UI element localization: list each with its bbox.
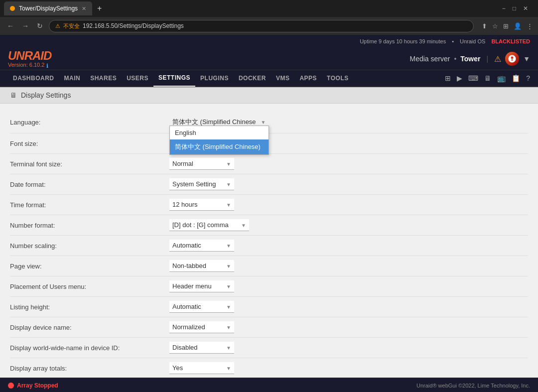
- number-format-select[interactable]: [D] dot : [G] comma: [169, 219, 249, 231]
- unraid-os-label: Unraid OS: [460, 38, 485, 44]
- nav-item-apps[interactable]: APPS: [294, 70, 322, 87]
- user-avatar[interactable]: [505, 52, 519, 66]
- footer: Array Stopped Unraid® webGui ©2022, Lime…: [0, 378, 538, 392]
- array-stopped-text: Array Stopped: [17, 382, 58, 389]
- info-icon[interactable]: ℹ: [46, 63, 48, 69]
- lang-option-english[interactable]: English: [170, 126, 269, 139]
- status-separator: •: [452, 38, 454, 44]
- control-number-format: [D] dot : [G] comma ▼: [169, 219, 528, 231]
- language-dropdown: English 简体中文 (Simplified Chinese): [169, 126, 269, 155]
- nav-item-docker[interactable]: DOCKER: [234, 70, 271, 87]
- control-time-format: 12 hours 24 hours ▼: [169, 199, 528, 211]
- logo-block: UNRAID Version: 6.10.2 ℹ: [8, 49, 51, 69]
- label-number-format: Number format:: [10, 222, 169, 229]
- address-bar-row: ← → ↻ ⚠ 不安全 192.168.5.50/Settings/Displa…: [0, 17, 538, 35]
- divider: |: [487, 55, 489, 63]
- server-info: UNRAID Version: 6.10.2 ℹ Media server • …: [0, 48, 538, 70]
- nav-icon-1[interactable]: ⊞: [445, 74, 451, 82]
- nav-icon-5[interactable]: 📺: [497, 74, 506, 82]
- server-name-area: Media server • Tower | ⚠ ▼: [409, 52, 530, 66]
- setting-row-page-view: Page view: Non-tabbed Tabbed ▼: [10, 256, 528, 276]
- active-tab[interactable]: Tower/DisplaySettings ✕: [4, 1, 92, 15]
- nav-icon-6[interactable]: 📋: [512, 74, 520, 82]
- nav-item-dashboard[interactable]: DASHBOARD: [8, 70, 59, 87]
- label-page-view: Page view:: [10, 262, 169, 270]
- monitor-icon: 🖥: [10, 91, 17, 99]
- terminal-font-select[interactable]: Normal Large Extra Large: [169, 158, 234, 170]
- nav-item-main[interactable]: MAIN: [59, 70, 86, 87]
- grid-icon[interactable]: ⊞: [503, 22, 509, 30]
- insecure-label: 不安全: [63, 22, 80, 30]
- window-close[interactable]: ✕: [523, 5, 528, 12]
- forward-button[interactable]: →: [20, 21, 31, 31]
- address-text: 192.168.5.50/Settings/DisplaySettings: [83, 22, 184, 29]
- tab-close-button[interactable]: ✕: [82, 5, 86, 12]
- page-view-wrapper: Non-tabbed Tabbed ▼: [169, 260, 234, 272]
- setting-row-number-format: Number format: [D] dot : [G] comma ▼: [10, 215, 528, 236]
- media-server-label: Media server: [409, 55, 450, 63]
- nav-icon-help[interactable]: ?: [526, 74, 530, 82]
- page-title-bar: 🖥 Display Settings: [0, 87, 538, 104]
- settings-table: Language: 简体中文 (Simplified Chinese ▼ Eng…: [0, 104, 538, 378]
- page-view-select[interactable]: Non-tabbed Tabbed: [169, 260, 234, 272]
- refresh-button[interactable]: ↻: [35, 21, 45, 31]
- main-content: 🖥 Display Settings Language: 简体中文 (Simpl…: [0, 87, 538, 378]
- terminal-font-wrapper: Normal Large Extra Large ▼: [169, 158, 234, 170]
- version-text: Version: 6.10.2: [8, 62, 44, 68]
- control-device-name: Normalized Original ▼: [169, 321, 528, 333]
- tab-title: Tower/DisplaySettings: [19, 5, 78, 12]
- array-totals-wrapper: Yes No ▼: [169, 362, 234, 374]
- label-listing-height: Listing height:: [10, 303, 169, 311]
- setting-row-font-size: Font size: ▼: [10, 133, 528, 154]
- device-name-select[interactable]: Normalized Original: [169, 321, 234, 333]
- bookmark-icon[interactable]: ☆: [492, 22, 498, 30]
- label-users-menu: Placement of Users menu:: [10, 283, 169, 290]
- name-separator: •: [454, 55, 456, 63]
- wwn-select[interactable]: Disabled Enabled: [169, 342, 234, 354]
- window-maximize[interactable]: □: [513, 5, 516, 12]
- label-device-name: Display device name:: [10, 324, 169, 331]
- tab-bar: Tower/DisplaySettings ✕ + − □ ✕: [0, 0, 538, 17]
- listing-height-select[interactable]: Automatic Fixed: [169, 301, 234, 313]
- nav-item-users[interactable]: USERS: [122, 70, 153, 87]
- nav-item-tools[interactable]: TOOLS: [322, 70, 354, 87]
- setting-row-listing-height: Listing height: Automatic Fixed ▼: [10, 297, 528, 317]
- header-dropdown-arrow[interactable]: ▼: [523, 55, 530, 63]
- time-format-select[interactable]: 12 hours 24 hours: [169, 199, 234, 211]
- window-minimize[interactable]: −: [502, 5, 506, 12]
- nav-icon-2[interactable]: ▶: [457, 74, 462, 82]
- control-listing-height: Automatic Fixed ▼: [169, 301, 528, 313]
- share-icon[interactable]: ⬆: [482, 22, 487, 30]
- label-font-size: Font size:: [10, 140, 169, 147]
- control-users-menu: Header menu Side menu ▼: [169, 280, 528, 292]
- address-bar[interactable]: ⚠ 不安全 192.168.5.50/Settings/DisplaySetti…: [49, 20, 474, 32]
- users-menu-select[interactable]: Header menu Side menu: [169, 280, 234, 292]
- nav-item-vms[interactable]: VMS: [271, 70, 295, 87]
- number-format-wrapper: [D] dot : [G] comma ▼: [169, 219, 249, 231]
- control-wwn: Disabled Enabled ▼: [169, 342, 528, 354]
- date-format-select[interactable]: System Setting: [169, 178, 234, 190]
- alert-icon[interactable]: ⚠: [494, 54, 501, 64]
- blacklisted-badge: BLACKLISTED: [491, 38, 530, 44]
- nav-item-settings[interactable]: SETTINGS: [153, 70, 195, 87]
- back-button[interactable]: ←: [5, 21, 16, 31]
- new-tab-button[interactable]: +: [94, 4, 105, 13]
- main-nav: DASHBOARD MAIN SHARES USERS SETTINGS PLU…: [0, 70, 538, 87]
- nav-icon-3[interactable]: ⌨: [468, 74, 478, 82]
- number-scaling-select[interactable]: Automatic Manual: [169, 240, 234, 252]
- profile-icon[interactable]: 👤: [514, 22, 522, 30]
- nav-item-shares[interactable]: SHARES: [85, 70, 122, 87]
- setting-row-date-format: Date format: System Setting ▼: [10, 174, 528, 195]
- control-terminal-font: Normal Large Extra Large ▼: [169, 158, 528, 170]
- label-language: Language:: [10, 119, 169, 126]
- nav-item-plugins[interactable]: PLUGINS: [195, 70, 234, 87]
- setting-row-wwn: Display world-wide-name in device ID: Di…: [10, 338, 528, 358]
- device-name-wrapper: Normalized Original ▼: [169, 321, 234, 333]
- menu-icon[interactable]: ⋮: [527, 22, 533, 30]
- control-date-format: System Setting ▼: [169, 178, 528, 190]
- users-menu-wrapper: Header menu Side menu ▼: [169, 280, 234, 292]
- browser-chrome: Tower/DisplaySettings ✕ + − □ ✕ ← → ↻ ⚠ …: [0, 0, 538, 35]
- array-totals-select[interactable]: Yes No: [169, 362, 234, 374]
- lang-option-chinese[interactable]: 简体中文 (Simplified Chinese): [170, 139, 269, 154]
- nav-icon-4[interactable]: 🖥: [484, 74, 491, 82]
